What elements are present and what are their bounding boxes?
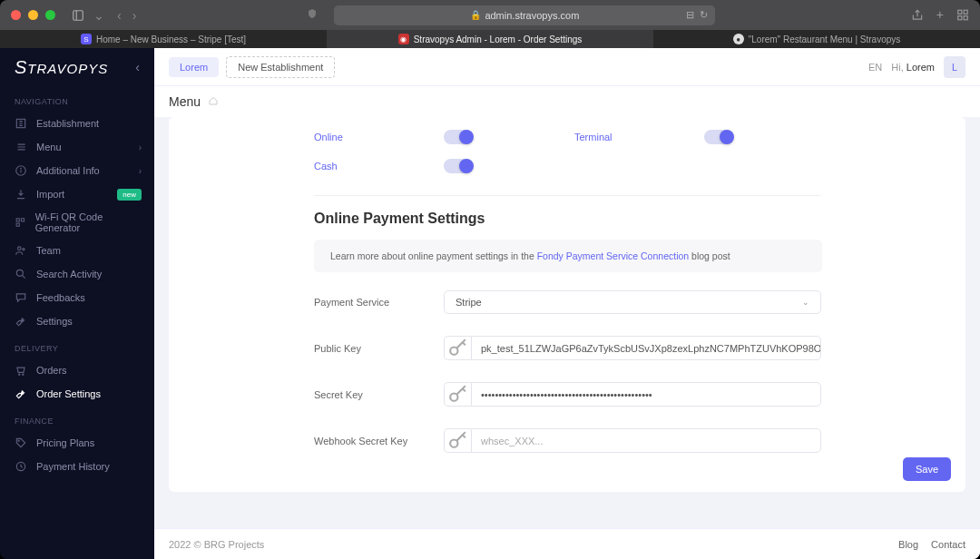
sidebar-item-label: Search Activity	[36, 269, 102, 280]
key-icon	[444, 336, 471, 360]
svg-point-22	[18, 440, 19, 441]
chat-icon	[15, 291, 27, 304]
info-link[interactable]: Fondy Payment Service Connection	[537, 250, 690, 261]
sidebar-item-order-settings[interactable]: Order Settings	[0, 382, 154, 406]
url-text: admin.stravopys.com	[485, 10, 579, 21]
toggle-cash[interactable]	[444, 159, 473, 173]
browser-tab[interactable]: ● "Lorem" Restaurant Menu | Stravopys	[653, 30, 980, 48]
sidebar-item-label: Pricing Plans	[36, 437, 94, 448]
chevron-right-icon: ›	[139, 166, 142, 176]
sidebar-item-payment-history[interactable]: Payment History	[0, 455, 154, 478]
refresh-icon[interactable]: ↻	[700, 9, 708, 21]
sidebar-item-label: Menu	[36, 142, 62, 152]
save-button[interactable]: Save	[903, 457, 951, 481]
toggle-label-cash: Cash	[314, 161, 444, 172]
stripe-favicon: S	[81, 34, 92, 44]
key-icon	[444, 382, 471, 407]
list-icon	[15, 141, 27, 153]
username-text: Lorem	[906, 62, 935, 73]
sidebar-item-search-activity[interactable]: Search Activity	[0, 262, 154, 286]
building-icon	[15, 117, 27, 130]
history-icon	[15, 460, 27, 473]
chevron-down-icon: ⌄	[802, 298, 809, 307]
sidebar-item-feedbacks[interactable]: Feedbacks	[0, 286, 154, 309]
svg-point-26	[450, 439, 457, 446]
maximize-window-icon[interactable]	[45, 10, 55, 20]
tab-label: "Lorem" Restaurant Menu | Stravopys	[749, 34, 901, 44]
payment-service-select[interactable]: Stripe ⌄	[444, 290, 821, 314]
info-banner: Learn more about online payment settings…	[314, 240, 822, 272]
label-secret-key: Secret Key	[314, 389, 444, 400]
sidebar-item-menu[interactable]: Menu ›	[0, 135, 154, 159]
forward-button[interactable]: ›	[132, 8, 137, 23]
toggle-online[interactable]	[444, 130, 473, 144]
language-selector[interactable]: EN	[868, 62, 882, 73]
tag-icon	[15, 436, 27, 449]
toggle-terminal[interactable]	[704, 130, 733, 144]
svg-rect-2	[958, 10, 962, 14]
browser-toolbar: ⌄ ‹ › 🔒 admin.stravopys.com ⊟ ↻ +	[0, 0, 980, 30]
chevron-right-icon: ›	[139, 142, 142, 152]
sidebar-item-establishment[interactable]: Establishment	[0, 112, 154, 135]
browser-tab[interactable]: S Home – New Business – Stripe [Test]	[0, 30, 327, 48]
sidebar-section-header: DELIVERY	[0, 333, 154, 358]
tab-new-establishment[interactable]: New Establishment	[226, 56, 335, 78]
sidebar-item-label: Orders	[36, 365, 67, 376]
footer-link-contact[interactable]: Contact	[931, 539, 965, 550]
privacy-shield-icon[interactable]	[307, 8, 318, 22]
tab-establishment-current[interactable]: Lorem	[169, 57, 219, 77]
window-controls	[11, 10, 55, 20]
page-title: Menu	[169, 94, 201, 109]
tab-overview-icon[interactable]	[956, 7, 969, 23]
webhook-key-input[interactable]: whsec_XXX...	[471, 428, 821, 453]
new-tab-icon[interactable]: +	[936, 7, 944, 23]
reader-icon[interactable]: ⊟	[686, 9, 694, 21]
divider	[314, 195, 820, 196]
sidebar-item-additional-info[interactable]: Additional Info ›	[0, 159, 154, 182]
logo: STRAVOPYS	[15, 57, 108, 78]
tab-label: Stravopys Admin - Lorem - Order Settings	[414, 34, 583, 44]
sidebar-item-orders[interactable]: Orders	[0, 358, 154, 382]
sidebar-item-wifi-qr[interactable]: Wi-Fi QR Code Generator	[0, 206, 154, 239]
app-topbar: Lorem New Establishment EN Hi, Lorem L	[154, 48, 980, 86]
sidebar-toggle-icon[interactable]	[72, 9, 84, 22]
public-key-input[interactable]: pk_test_51LZWJaGP6aZvTykScbUSvJXp8zexLph…	[471, 336, 821, 360]
sidebar-item-label: Wi-Fi QR Code Generator	[35, 211, 140, 233]
copyright-text: 2022 © BRG Projects	[169, 539, 264, 550]
close-window-icon[interactable]	[11, 10, 21, 20]
select-value: Stripe	[456, 297, 482, 308]
app-sidebar: STRAVOPYS ‹ NAVIGATION Establishment Men…	[0, 48, 154, 559]
chevron-down-icon[interactable]: ⌄	[93, 8, 104, 23]
share-icon[interactable]	[911, 7, 924, 23]
stravopys-favicon: ◉	[398, 34, 409, 44]
lock-icon: 🔒	[470, 10, 481, 20]
minimize-window-icon[interactable]	[28, 10, 38, 20]
new-badge: new	[117, 189, 142, 201]
secret-key-input[interactable]: ••••••••••••••••••••••••••••••••••••••••…	[471, 382, 821, 407]
sidebar-item-import[interactable]: Import new	[0, 182, 154, 206]
svg-point-12	[21, 168, 22, 169]
back-button[interactable]: ‹	[117, 8, 122, 23]
collapse-sidebar-icon[interactable]: ‹	[135, 60, 140, 74]
sidebar-item-team[interactable]: Team	[0, 239, 154, 262]
wrench-icon	[15, 387, 27, 400]
address-bar[interactable]: 🔒 admin.stravopys.com ⊟ ↻	[334, 5, 715, 25]
toggle-label-online: Online	[314, 132, 444, 142]
svg-rect-4	[958, 16, 962, 20]
sidebar-item-pricing[interactable]: Pricing Plans	[0, 431, 154, 455]
avatar[interactable]: L	[944, 56, 965, 78]
sidebar-item-settings[interactable]: Settings	[0, 309, 154, 333]
svg-rect-3	[964, 10, 967, 14]
browser-tab[interactable]: ◉ Stravopys Admin - Lorem - Order Settin…	[327, 30, 653, 48]
svg-line-19	[22, 275, 25, 279]
info-icon	[15, 164, 27, 177]
key-icon	[444, 428, 471, 453]
home-icon[interactable]	[208, 95, 219, 108]
search-icon	[15, 268, 27, 280]
settings-card: Online Terminal Cash Online Payment	[169, 117, 965, 492]
svg-point-20	[19, 374, 20, 375]
label-payment-service: Payment Service	[314, 297, 444, 308]
svg-rect-14	[21, 219, 24, 221]
sidebar-item-label: Order Settings	[36, 388, 101, 399]
footer-link-blog[interactable]: Blog	[898, 539, 918, 550]
